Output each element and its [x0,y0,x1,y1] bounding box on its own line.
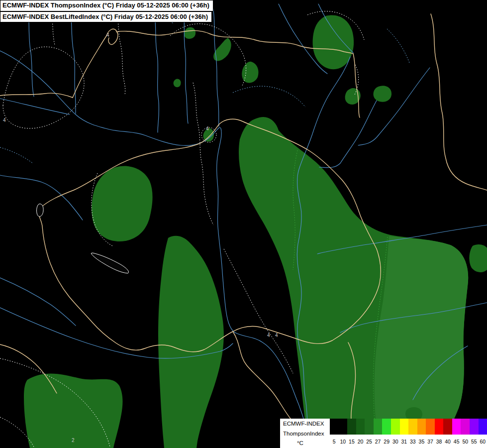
legend-values: 51015202527293031333537384045505560 [330,435,487,448]
legend-swatch [452,419,461,435]
legend-swatch [339,419,348,435]
legend-value: 55 [470,439,479,445]
green-area-right-edge [469,244,487,272]
legend-value: 40 [443,439,452,445]
legend-value: 31 [400,439,409,445]
legend-swatch [426,419,435,435]
legend-swatch [347,419,356,435]
legend-unit: °C [283,440,328,447]
legend-value: 15 [347,439,356,445]
legend-parameter: ThompsonIndex [283,431,328,437]
legend-swatch [400,419,409,435]
legend-swatch [365,419,374,435]
weather-map-page: 444442 ECMWF-INDEX ThompsonIndex (°C) Fr… [0,0,487,448]
legend-swatch [417,419,426,435]
legend-swatch [330,419,339,435]
legend-value: 30 [391,439,400,445]
legend-value: 5 [330,439,339,445]
legend-value: 33 [408,439,417,445]
legend-swatch [443,419,452,435]
legend-swatch [356,419,365,435]
green-area-bottom-left [24,373,122,448]
lake-neusiedl [37,204,44,217]
legend-value: 35 [417,439,426,445]
legend-value: 60 [479,439,487,445]
green-area-ne-2 [373,86,391,102]
legend-value: 38 [435,439,444,445]
legend-info: ECMWF-INDEX ThompsonIndex °C [280,419,330,448]
legend-swatch [461,419,470,435]
legend-value: 25 [365,439,374,445]
legend-value: 45 [452,439,461,445]
legend-swatch [391,419,400,435]
legend-value: 20 [356,439,365,445]
legend-value: 10 [339,439,348,445]
header-line-1: ECMWF-INDEX ThompsonIndex (°C) Friday 05… [0,0,213,11]
weather-map [0,0,487,448]
legend-value: 27 [374,439,383,445]
legend-swatch [470,419,479,435]
legend-value: 29 [382,439,391,445]
legend-swatch [374,419,383,435]
legend-value: 37 [426,439,435,445]
legend-swatch [408,419,417,435]
legend-swatch [435,419,444,435]
legend-model: ECMWF-INDEX [283,421,328,427]
legend-swatches [330,419,487,435]
green-area-top-right [313,15,354,69]
legend-swatch [479,419,487,435]
header-line-2: ECMWF-INDEX BestLiftedIndex (°C) Friday … [0,11,212,23]
legend-value: 50 [461,439,470,445]
map-header: ECMWF-INDEX ThompsonIndex (°C) Friday 05… [0,0,213,22]
legend-scale: 51015202527293031333537384045505560 [330,419,487,448]
legend: ECMWF-INDEX ThompsonIndex °C 51015202527… [280,419,487,448]
legend-swatch [382,419,391,435]
